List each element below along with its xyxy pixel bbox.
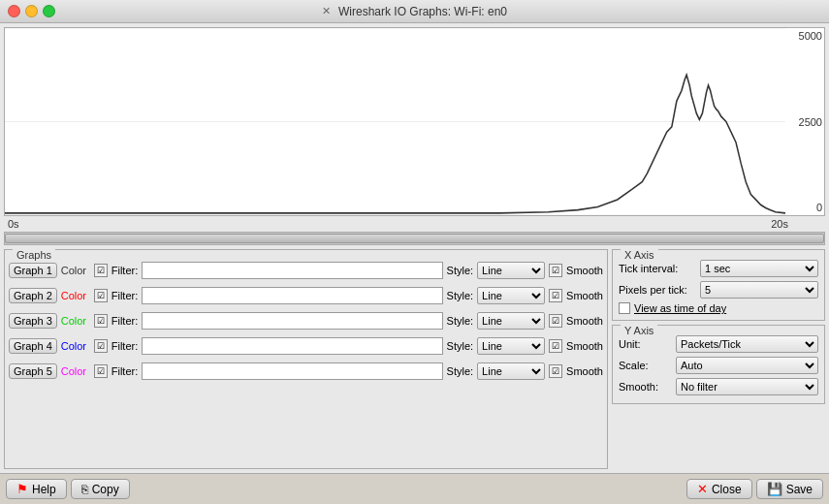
help-label: Help — [32, 483, 56, 496]
graph-3-filter-input[interactable] — [142, 312, 442, 330]
x-end-label: 20s — [771, 218, 788, 232]
graph-2-smooth-checkbox[interactable]: ☑ — [549, 289, 562, 302]
close-button[interactable] — [8, 5, 20, 17]
pixels-per-tick-label: Pixels per tick: — [619, 284, 696, 296]
time-of-day-checkbox[interactable] — [619, 302, 630, 314]
pixels-per-tick-select[interactable]: 1 2 5 10 20 — [700, 281, 818, 299]
y-mid-label: 2500 — [787, 116, 822, 128]
y-axis-group: Y Axis Unit: Packets/Tick Bytes/Tick Bit… — [612, 325, 825, 404]
tick-interval-row: Tick interval: 1 sec 2 sec 5 sec 10 sec — [619, 260, 818, 277]
tick-interval-select[interactable]: 1 sec 2 sec 5 sec 10 sec — [700, 260, 818, 277]
graph-3-style-select[interactable]: Line Impulse FBar Dot — [477, 312, 545, 330]
graph-3-button[interactable]: Graph 3 — [9, 313, 57, 329]
chart-area: 5000 2500 0 — [4, 27, 825, 216]
save-button[interactable]: 💾 Save — [756, 479, 823, 499]
copy-button[interactable]: ⎘ Copy — [71, 479, 130, 499]
graph-5-filter-label: Filter: — [112, 365, 139, 377]
graph-4-color[interactable]: Color — [61, 340, 90, 352]
graph-3-smooth-label: Smooth — [566, 315, 603, 327]
unit-select[interactable]: Packets/Tick Bytes/Tick Bits/Tick — [676, 335, 818, 353]
graph-1-filter-checkbox[interactable]: ☑ — [94, 264, 108, 277]
graph-3-style-label: Style: — [447, 315, 474, 327]
y-axis-label: Y Axis — [621, 325, 657, 336]
graph-3-color[interactable]: Color — [61, 315, 90, 327]
copy-icon: ⎘ — [81, 483, 88, 496]
graph-5-button[interactable]: Graph 5 — [9, 363, 57, 379]
graph-3-filter-label: Filter: — [112, 315, 139, 327]
graph-4-style-label: Style: — [447, 340, 474, 352]
chart-svg — [5, 28, 785, 215]
graph-row-2: Graph 2 Color ☑ Filter: Style: Line Impu… — [5, 283, 607, 308]
graph-row-1: Graph 1 Color ☑ Filter: Style: Line Impu… — [5, 258, 607, 283]
graph-5-style-select[interactable]: Line Impulse FBar Dot — [477, 362, 545, 380]
graph-2-filter-label: Filter: — [112, 290, 139, 301]
minimize-button[interactable] — [25, 5, 38, 17]
time-of-day-label: View as time of day — [634, 302, 726, 314]
pixels-per-tick-row: Pixels per tick: 1 2 5 10 20 — [619, 281, 818, 299]
help-button[interactable]: ⚑ Help — [6, 479, 67, 499]
graph-4-button[interactable]: Graph 4 — [9, 338, 57, 354]
main-window: 5000 2500 0 0s 20s Graphs Graph 1 Color … — [0, 23, 829, 504]
graph-4-filter-checkbox[interactable]: ☑ — [94, 339, 108, 353]
graph-3-smooth-checkbox[interactable]: ☑ — [549, 314, 562, 328]
window-title: ✕ Wireshark IO Graphs: Wi-Fi: en0 — [322, 5, 507, 18]
graphs-panel: Graphs Graph 1 Color ☑ Filter: Style: Li… — [4, 249, 608, 469]
scrollbar[interactable] — [4, 232, 825, 245]
close-icon: ✕ — [697, 482, 708, 496]
graph-1-smooth-label: Smooth — [566, 265, 603, 276]
graph-5-filter-checkbox[interactable]: ☑ — [94, 364, 108, 378]
graph-2-button[interactable]: Graph 2 — [9, 288, 57, 303]
graph-5-smooth-checkbox[interactable]: ☑ — [549, 364, 562, 378]
time-of-day-row: View as time of day — [619, 302, 818, 314]
graph-5-smooth-label: Smooth — [566, 365, 603, 377]
graph-4-smooth-checkbox[interactable]: ☑ — [549, 339, 562, 353]
graph-row-3: Graph 3 Color ☑ Filter: Style: Line Impu… — [5, 308, 607, 333]
x-axis-labels: 0s 20s — [0, 216, 829, 232]
title-bar: ✕ Wireshark IO Graphs: Wi-Fi: en0 — [0, 0, 829, 23]
scrollbar-thumb[interactable] — [5, 234, 824, 243]
close-button[interactable]: ✕ Close — [686, 479, 752, 499]
left-buttons: ⚑ Help ⎘ Copy — [6, 479, 130, 499]
graphs-panel-label: Graphs — [13, 249, 55, 261]
graph-5-color[interactable]: Color — [61, 365, 90, 377]
graph-1-filter-input[interactable] — [142, 262, 442, 279]
x-axis-label: X Axis — [621, 249, 658, 261]
graph-4-filter-label: Filter: — [112, 340, 139, 352]
scale-select[interactable]: Auto 10 100 1000 — [676, 357, 818, 374]
x-start-label: 0s — [8, 218, 19, 232]
graph-2-style-select[interactable]: Line Impulse FBar Dot — [477, 287, 545, 304]
graph-1-button[interactable]: Graph 1 — [9, 263, 57, 278]
graph-2-color[interactable]: Color — [61, 290, 90, 301]
right-panel: X Axis Tick interval: 1 sec 2 sec 5 sec … — [612, 249, 825, 469]
y-axis-labels: 5000 2500 0 — [785, 28, 824, 215]
graph-4-filter-input[interactable] — [142, 337, 442, 355]
scale-label: Scale: — [619, 360, 672, 371]
y-max-label: 5000 — [787, 30, 822, 42]
graph-2-style-label: Style: — [447, 290, 474, 301]
smooth-select[interactable]: No filter — [676, 378, 818, 395]
graph-2-smooth-label: Smooth — [566, 290, 603, 301]
graph-5-filter-input[interactable] — [142, 362, 442, 380]
graph-4-style-select[interactable]: Line Impulse FBar Dot — [477, 337, 545, 355]
graph-1-style-label: Style: — [447, 265, 474, 276]
bottom-section: Graphs Graph 1 Color ☑ Filter: Style: Li… — [4, 249, 825, 469]
smooth-row-label: Smooth: — [619, 381, 672, 393]
graph-2-filter-checkbox[interactable]: ☑ — [94, 289, 108, 302]
graph-3-filter-checkbox[interactable]: ☑ — [94, 314, 108, 328]
graph-row-5: Graph 5 Color ☑ Filter: Style: Line Impu… — [5, 359, 607, 384]
graph-1-style-select[interactable]: Line Impulse FBar Dot — [477, 262, 545, 279]
x-axis-group: X Axis Tick interval: 1 sec 2 sec 5 sec … — [612, 249, 825, 321]
title-label: Wireshark IO Graphs: Wi-Fi: en0 — [338, 5, 507, 18]
maximize-button[interactable] — [43, 5, 55, 17]
graph-5-style-label: Style: — [447, 365, 474, 377]
scrollbar-track — [5, 233, 824, 244]
graph-1-color[interactable]: Color — [61, 265, 90, 276]
bottom-buttons: ⚑ Help ⎘ Copy ✕ Close 💾 Save — [0, 473, 829, 504]
graph-row-4: Graph 4 Color ☑ Filter: Style: Line Impu… — [5, 333, 607, 359]
y-min-label: 0 — [787, 202, 822, 213]
unit-label: Unit: — [619, 338, 672, 350]
help-icon: ⚑ — [16, 482, 28, 496]
graph-2-filter-input[interactable] — [142, 287, 442, 304]
graph-1-smooth-checkbox[interactable]: ☑ — [549, 264, 562, 277]
scale-row: Scale: Auto 10 100 1000 — [619, 357, 818, 374]
